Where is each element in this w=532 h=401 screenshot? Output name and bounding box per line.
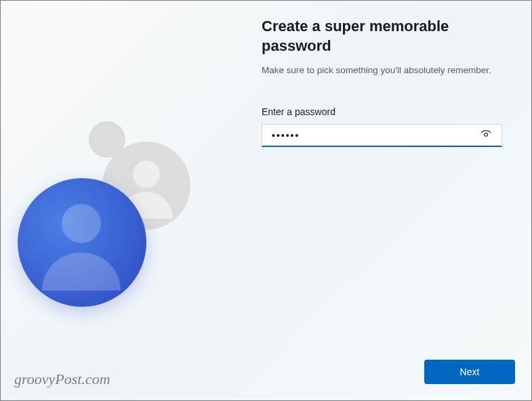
next-button[interactable]: Next: [424, 360, 515, 384]
password-input-wrapper[interactable]: [262, 124, 502, 147]
oobe-illustration: [1, 116, 231, 319]
svg-point-0: [485, 133, 488, 137]
page-subtitle: Make sure to pick something you'll absol…: [262, 65, 502, 75]
person-silhouette-blue: [18, 178, 146, 307]
password-label: Enter a password: [262, 106, 502, 117]
eye-icon: [480, 128, 492, 142]
page-title: Create a super memorable password: [262, 17, 502, 56]
main-content: Create a super memorable password Make s…: [262, 17, 502, 147]
password-input[interactable]: [272, 130, 477, 141]
watermark: groovyPost.com: [14, 371, 110, 388]
reveal-password-button[interactable]: [477, 125, 495, 145]
